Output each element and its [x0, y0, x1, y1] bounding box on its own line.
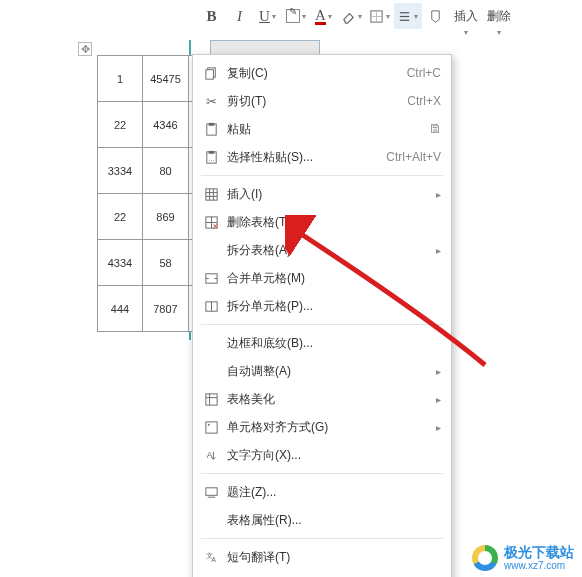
delete-table-icon [201, 215, 221, 230]
align-button[interactable] [394, 3, 422, 29]
svg-text:…: … [208, 155, 215, 162]
menu-paste-special[interactable]: … 选择性粘贴(S)... Ctrl+Alt+V [193, 143, 451, 171]
menu-beautify[interactable]: 表格美化 [193, 385, 451, 413]
menu-paste[interactable]: 粘贴 🖺 [193, 115, 451, 143]
translate-icon: 文A [201, 550, 221, 565]
align-grid-icon [201, 420, 221, 435]
clear-format-button[interactable] [338, 3, 366, 29]
menu-split-cells[interactable]: 拆分单元格(P)... [193, 292, 451, 320]
menu-merge-cells[interactable]: 合并单元格(M) [193, 264, 451, 292]
menu-text-direction[interactable]: A 文字方向(X)... [193, 441, 451, 469]
font-color-button[interactable]: A [310, 3, 338, 29]
svg-rect-31 [205, 421, 216, 432]
insert-menu[interactable]: 插入▾ [450, 3, 483, 29]
delete-menu[interactable]: 删除▾ [483, 3, 516, 29]
svg-text:A: A [206, 450, 212, 460]
menu-insert[interactable]: 插入(I) [193, 180, 451, 208]
menu-cut[interactable]: ✂ 剪切(T) Ctrl+X [193, 87, 451, 115]
insert-table-icon [201, 187, 221, 202]
svg-rect-9 [208, 122, 214, 125]
beautify-icon [201, 392, 221, 407]
text-direction-icon: A [201, 448, 221, 463]
menu-separator [201, 538, 443, 539]
formatting-toolbar: B I U ✎ A 插入▾ 删除▾ [192, 0, 582, 32]
svg-rect-7 [205, 69, 213, 78]
menu-separator [201, 473, 443, 474]
brand-logo-icon [472, 545, 498, 571]
cut-icon: ✂ [201, 94, 221, 109]
svg-rect-13 [205, 188, 216, 199]
svg-point-32 [207, 423, 209, 425]
menu-auto-adjust[interactable]: 自动调整(A) [193, 357, 451, 385]
marker-icon [428, 9, 443, 24]
eraser-icon [341, 9, 356, 24]
bold-button[interactable]: B [198, 3, 226, 29]
merge-cells-icon [201, 271, 221, 286]
menu-separator [201, 175, 443, 176]
copy-icon [201, 66, 221, 81]
context-menu: 复制(C) Ctrl+C ✂ 剪切(T) Ctrl+X 粘贴 🖺 … 选择性粘贴… [192, 54, 452, 577]
menu-split-table[interactable]: 拆分表格(A) [193, 236, 451, 264]
brand-name: 极光下载站 [504, 545, 574, 560]
paste-options-icon: 🖺 [429, 122, 441, 136]
menu-short-translate[interactable]: 文A 短句翻译(T) [193, 543, 451, 571]
italic-button[interactable]: I [226, 3, 254, 29]
svg-rect-34 [205, 487, 216, 495]
svg-rect-28 [205, 393, 216, 404]
align-icon [397, 9, 412, 24]
menu-delete-table[interactable]: 删除表格(T) [193, 208, 451, 236]
brand-url: www.xz7.com [504, 560, 574, 571]
menu-separator [201, 324, 443, 325]
menu-copy[interactable]: 复制(C) Ctrl+C [193, 59, 451, 87]
caption-icon [201, 485, 221, 500]
svg-text:A: A [211, 556, 216, 563]
menu-caption[interactable]: 题注(Z)... [193, 478, 451, 506]
menu-table-props[interactable]: 表格属性(R)... [193, 506, 451, 534]
brand-watermark: 极光下载站 www.xz7.com [472, 545, 574, 571]
svg-rect-11 [208, 150, 214, 153]
menu-cell-align[interactable]: 单元格对齐方式(G) [193, 413, 451, 441]
highlight-color-button[interactable]: ✎ [282, 3, 310, 29]
split-cells-icon [201, 299, 221, 314]
border-button[interactable] [366, 3, 394, 29]
highlight-fill-button[interactable] [422, 3, 450, 29]
menu-batch-summary[interactable]: 批量汇总表格(E)... ♛ [193, 571, 451, 577]
border-icon [369, 9, 384, 24]
table-move-handle[interactable]: ✥ [78, 42, 92, 56]
underline-button[interactable]: U [254, 3, 282, 29]
paste-special-icon: … [201, 150, 221, 165]
menu-border-shading[interactable]: 边框和底纹(B)... [193, 329, 451, 357]
paste-icon [201, 122, 221, 137]
